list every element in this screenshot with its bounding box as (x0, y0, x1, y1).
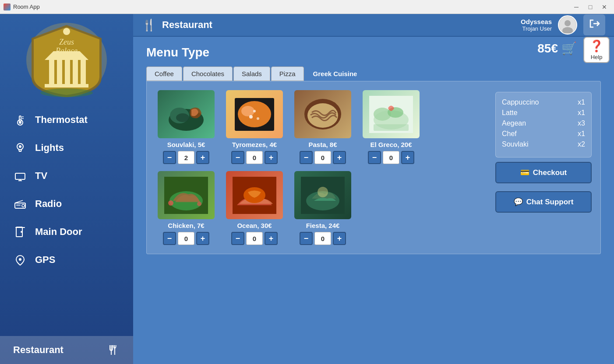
sidebar-item-lights[interactable]: Lights (0, 134, 133, 162)
qty-minus-chicken[interactable]: − (163, 232, 176, 245)
qty-minus-tyromezes[interactable]: − (231, 151, 244, 164)
sidebar-item-tv[interactable]: TV (0, 162, 133, 190)
tab-chocolates[interactable]: Chocolates (183, 66, 233, 81)
svg-rect-5 (81, 60, 86, 84)
qty-value-ocean: 0 (246, 232, 263, 245)
food-name-tyromezes: Tyromezes, 4€ (232, 141, 277, 148)
tab-coffee[interactable]: Coffee (146, 66, 182, 81)
sidebar-item-thermostat[interactable]: Thermostat (0, 106, 133, 134)
food-image-elgreco (363, 90, 420, 138)
order-row-chef: Chef x1 (502, 130, 585, 138)
qty-minus-souvlaki[interactable]: − (163, 151, 176, 164)
qty-minus-elgreco[interactable]: − (368, 151, 381, 164)
qty-plus-tyromezes[interactable]: + (265, 151, 278, 164)
order-qty-latte: x1 (578, 109, 585, 117)
sidebar-item-radio[interactable]: Radio (0, 190, 133, 218)
avatar (558, 15, 577, 35)
svg-rect-28 (15, 227, 25, 228)
gps-icon (13, 253, 27, 267)
tab-salads[interactable]: Salads (233, 66, 270, 81)
svg-text:Zeus: Zeus (59, 38, 74, 46)
food-image-souvlaki (158, 90, 215, 138)
qty-control-chicken: − 0 + (163, 232, 209, 245)
sidebar-item-gps[interactable]: GPS (0, 246, 133, 274)
sidebar-item-main-door[interactable]: Main Door (0, 218, 133, 246)
svg-rect-26 (16, 204, 21, 206)
sidebar: Zeus Palace Thermostat (0, 14, 133, 364)
food-name-fiesta: Fiesta, 24€ (306, 222, 340, 229)
qty-minus-ocean[interactable]: − (231, 232, 244, 245)
order-row-latte: Latte x1 (502, 109, 585, 117)
svg-point-10 (63, 28, 70, 35)
header: 🍴 Restaurant Odysseas Trojan User (133, 14, 614, 37)
sidebar-item-restaurant[interactable]: Restaurant (0, 336, 133, 364)
cart-icon: 🛒 (561, 41, 577, 56)
minimize-button[interactable]: ─ (570, 3, 582, 11)
qty-minus-fiesta[interactable]: − (300, 232, 313, 245)
order-row-aegean: Aegean x3 (502, 119, 585, 127)
cart-total: 85€ (537, 42, 558, 56)
qty-plus-souvlaki[interactable]: + (196, 151, 209, 164)
maximize-button[interactable]: □ (584, 3, 596, 11)
sidebar-item-label-gps: GPS (35, 254, 55, 266)
cart-total-area: 85€ 🛒 (537, 41, 577, 56)
order-row-souvlaki: Souvlaki x2 (502, 140, 585, 148)
qty-minus-pasta[interactable]: − (300, 151, 313, 164)
checkout-label: Checkout (533, 168, 567, 177)
help-label: Help (591, 54, 603, 60)
food-image-ocean (226, 171, 283, 219)
food-image-fiesta (294, 171, 351, 219)
menu-type-title: Menu Type (146, 46, 601, 60)
svg-rect-1 (49, 60, 54, 84)
svg-point-57 (168, 200, 173, 206)
door-icon (13, 225, 27, 239)
svg-rect-7 (45, 84, 88, 88)
svg-point-31 (19, 258, 21, 261)
qty-plus-elgreco[interactable]: + (401, 151, 414, 164)
food-item-souvlaki: Souvlaki, 5€ − 2 + (155, 90, 217, 164)
svg-point-58 (197, 202, 201, 206)
logo-svg: Zeus Palace (23, 21, 110, 99)
qty-plus-ocean[interactable]: + (265, 232, 278, 245)
qty-value-souvlaki: 2 (178, 151, 194, 164)
sidebar-item-label-radio: Radio (35, 198, 62, 210)
svg-point-43 (241, 106, 254, 116)
order-item-aegean: Aegean (502, 119, 526, 127)
qty-value-chicken: 0 (178, 232, 194, 245)
svg-text:Palace: Palace (55, 46, 78, 55)
order-item-latte: Latte (502, 109, 518, 117)
tab-greek-cuisine[interactable]: Greek Cuisine (305, 66, 366, 81)
menu-panel: Souvlaki, 5€ − 2 + (146, 81, 601, 254)
qty-value-pasta: 0 (314, 151, 331, 164)
page-title: Restaurant (162, 19, 212, 31)
svg-rect-13 (19, 116, 21, 122)
sidebar-item-label-main-door: Main Door (35, 226, 82, 238)
sidebar-item-label-restaurant: Restaurant (13, 344, 64, 356)
qty-value-tyromezes: 0 (246, 151, 263, 164)
svg-point-24 (22, 204, 25, 207)
user-info: Odysseas Trojan User (521, 18, 552, 32)
qty-plus-chicken[interactable]: + (196, 232, 209, 245)
svg-point-44 (254, 105, 265, 113)
sidebar-item-label-lights: Lights (35, 142, 64, 154)
qty-control-elgreco: − 0 + (368, 151, 414, 164)
logout-button[interactable] (583, 14, 605, 35)
order-item-souvlaki-summary: Souvlaki (502, 140, 528, 148)
svg-point-16 (19, 121, 21, 124)
right-panel: Cappuccino x1 Latte x1 Aegean x3 Chef (495, 90, 592, 245)
help-icon: ❓ (589, 39, 603, 53)
app-title: Room App (13, 4, 40, 10)
tab-pizza[interactable]: Pizza (271, 66, 304, 81)
svg-point-47 (253, 110, 256, 112)
qty-plus-fiesta[interactable]: + (333, 232, 346, 245)
checkout-button[interactable]: 💳 Checkout (495, 162, 592, 183)
chat-support-button[interactable]: 💬 Chat Support (495, 191, 592, 213)
qty-plus-pasta[interactable]: + (333, 151, 346, 164)
svg-point-11 (40, 88, 93, 97)
close-button[interactable]: ✕ (598, 3, 610, 11)
svg-point-19 (19, 145, 21, 148)
menu-tabs: Coffee Chocolates Salads Pizza Greek Cui… (146, 66, 601, 81)
help-button[interactable]: ❓ Help (583, 37, 610, 63)
chat-support-label: Chat Support (526, 198, 574, 206)
main-content: 🍴 Restaurant Odysseas Trojan User (133, 14, 614, 364)
